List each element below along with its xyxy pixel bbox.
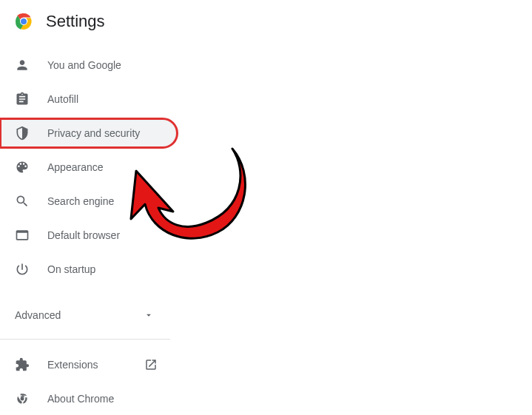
chrome-outline-icon (15, 391, 30, 406)
sidebar-item-on-startup[interactable]: On startup (0, 254, 178, 284)
sidebar-item-autofill[interactable]: Autofill (0, 84, 178, 114)
sidebar-item-label: Appearance (47, 161, 104, 173)
sidebar-item-label: Extensions (47, 359, 98, 371)
sidebar-item-label: You and Google (47, 59, 121, 71)
sidebar-item-about-chrome[interactable]: About Chrome (0, 384, 178, 414)
palette-icon (15, 160, 30, 175)
clipboard-icon (15, 92, 30, 107)
divider (0, 339, 170, 340)
sidebar-item-label: On startup (47, 263, 95, 275)
svg-point-3 (21, 397, 24, 401)
chevron-down-icon (144, 310, 154, 320)
sidebar-item-label: Default browser (47, 229, 120, 241)
chrome-logo-icon (15, 13, 33, 30)
sidebar-item-default-browser[interactable]: Default browser (0, 220, 178, 250)
shield-icon (15, 126, 30, 141)
page-title: Settings (46, 12, 105, 31)
search-icon (15, 194, 30, 209)
power-icon (15, 262, 30, 277)
header: Settings (0, 0, 532, 46)
sidebar-item-extensions[interactable]: Extensions (0, 350, 178, 379)
sidebar-item-appearance[interactable]: Appearance (0, 152, 178, 182)
advanced-toggle[interactable]: Advanced (0, 299, 169, 331)
person-icon (15, 58, 30, 72)
sidebar-item-label: About Chrome (47, 393, 114, 405)
sidebar-item-search-engine[interactable]: Search engine (0, 186, 178, 216)
sidebar-item-privacy-and-security[interactable]: Privacy and security (0, 118, 178, 148)
browser-window-icon (15, 228, 30, 243)
open-in-new-icon (144, 357, 158, 372)
sidebar-item-label: Search engine (47, 195, 114, 207)
svg-point-2 (21, 18, 27, 24)
extension-icon (15, 357, 30, 372)
sidebar-nav: You and Google Autofill Privacy and secu… (0, 50, 178, 414)
advanced-label: Advanced (15, 309, 61, 321)
sidebar-item-label: Autofill (47, 93, 78, 105)
sidebar-item-you-and-google[interactable]: You and Google (0, 50, 178, 80)
sidebar-item-label: Privacy and security (47, 127, 140, 139)
